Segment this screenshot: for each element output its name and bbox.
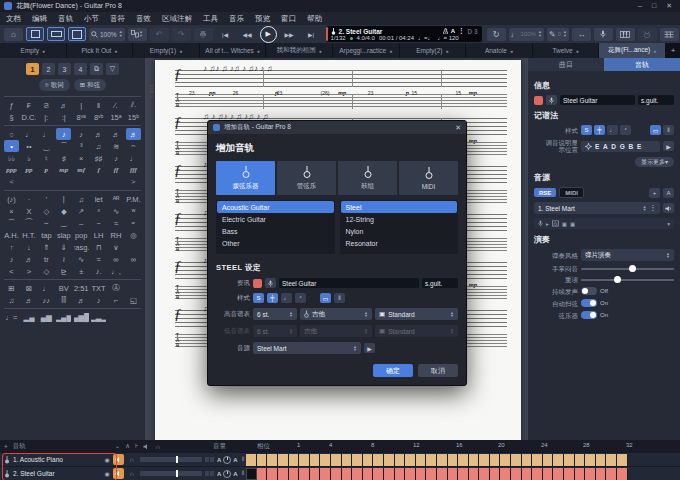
- palette-mode-button[interactable]: ⌾ 歌词: [39, 79, 70, 91]
- palette-glyph[interactable]: Ⓐ: [109, 282, 124, 294]
- document-tab[interactable]: Arpeggi...ractice ●: [333, 43, 400, 58]
- menu-item[interactable]: 音轨: [58, 14, 73, 24]
- palette-glyph[interactable]: [126, 282, 141, 294]
- palette-glyph[interactable]: ♬: [74, 294, 89, 306]
- bar-cell[interactable]: [522, 454, 533, 466]
- document-tab[interactable]: Empty(1) ●: [133, 43, 200, 58]
- treble-tuning-select[interactable]: ▣ Standard ▲▼: [375, 308, 458, 320]
- palette-glyph[interactable]: ◆: [56, 205, 71, 217]
- palette-glyph[interactable]: ×: [74, 152, 89, 164]
- volume-automation-badge[interactable]: A: [217, 457, 221, 463]
- palette-glyph[interactable]: ◇: [39, 205, 54, 217]
- instrument-category-tab[interactable]: 拨弦乐器: [216, 161, 275, 195]
- treble-strings-select[interactable]: 6 st. ▲▼: [253, 308, 297, 320]
- pencil-stepper[interactable]: ▲▼: [563, 30, 567, 38]
- family-list-item[interactable]: Other: [217, 237, 334, 249]
- palette-glyph[interactable]: ≋: [109, 140, 124, 152]
- pan-knob[interactable]: [223, 470, 231, 478]
- palette-glyph[interactable]: (♪): [4, 193, 19, 205]
- palette-glyph[interactable]: tr: [39, 253, 54, 265]
- bar-cell[interactable]: [267, 468, 278, 480]
- palette-glyph[interactable]: ♩,: [109, 265, 124, 277]
- ok-button[interactable]: 确定: [373, 364, 413, 377]
- dialog-title-bar[interactable]: 增加音轨 - Guitar Pro 8 ✕: [208, 121, 466, 134]
- palette-glyph[interactable]: ×: [4, 205, 19, 217]
- bar-cell[interactable]: [500, 468, 511, 480]
- bar-cell[interactable]: [469, 468, 480, 480]
- style-slash-toggle[interactable]: ♩: [281, 293, 292, 303]
- palette-glyph[interactable]: ⌢: [126, 140, 141, 152]
- tab-modified-dot[interactable]: ●: [319, 48, 322, 54]
- document-tab[interactable]: Empty ●: [0, 43, 67, 58]
- palette-glyph[interactable]: ▄▆: [39, 311, 54, 323]
- eq-fader-icon[interactable]: ⫴: [242, 456, 245, 463]
- palette-glyph[interactable]: [126, 265, 141, 277]
- family-list-item[interactable]: Bass: [217, 225, 334, 237]
- palette-glyph[interactable]: ♬: [21, 294, 36, 306]
- voice-button[interactable]: ⧉: [90, 63, 103, 75]
- palette-glyph[interactable]: ‿: [39, 140, 54, 152]
- fretboard-view-button[interactable]: [660, 28, 679, 41]
- palette-glyph[interactable]: 2:51: [74, 282, 89, 294]
- bar-cell[interactable]: [448, 454, 459, 466]
- palette-glyph[interactable]: [126, 311, 141, 323]
- inspector-tab[interactable]: 曲目: [528, 58, 604, 71]
- bar-cell[interactable]: [426, 454, 437, 466]
- accent-slider[interactable]: [581, 279, 674, 281]
- palette-glyph[interactable]: RH: [109, 229, 124, 241]
- bar-cell[interactable]: [437, 468, 448, 480]
- bar-cell[interactable]: [479, 454, 490, 466]
- preset-menu-icon[interactable]: ⋮: [650, 204, 657, 212]
- palette-glyph[interactable]: ♭♭: [4, 152, 19, 164]
- page-layout-stepper[interactable]: ▲▼: [139, 30, 143, 38]
- bar-cell[interactable]: [342, 454, 353, 466]
- preview-speaker-button[interactable]: [663, 203, 674, 213]
- palette-glyph[interactable]: ♯♯: [91, 152, 106, 164]
- minimize-button[interactable]: –: [638, 2, 642, 10]
- palette-glyph[interactable]: ⇑: [39, 241, 54, 253]
- document-tab[interactable]: Empty(2) ●: [400, 43, 467, 58]
- bar-cell[interactable]: [490, 468, 501, 480]
- bar-cell[interactable]: [289, 454, 300, 466]
- palette-glyph[interactable]: ⊓: [91, 241, 106, 253]
- palette-glyph[interactable]: :|: [56, 111, 71, 123]
- bar-cell[interactable]: [257, 454, 268, 466]
- automation-button[interactable]: A: [663, 188, 674, 198]
- new-tab-button[interactable]: +: [666, 43, 680, 58]
- go-end-button[interactable]: ▶|: [302, 28, 321, 41]
- maximize-button[interactable]: □: [652, 2, 656, 10]
- inspector-tab[interactable]: 音轨: [604, 58, 680, 71]
- bar-cell[interactable]: [310, 454, 321, 466]
- bar-cell[interactable]: [416, 454, 427, 466]
- menu-item[interactable]: 工具: [203, 14, 218, 24]
- view-parchment-button[interactable]: [47, 27, 65, 41]
- track-volume-slider[interactable]: [140, 471, 202, 476]
- bar-cell[interactable]: [352, 468, 363, 480]
- keyboard-view-button[interactable]: [616, 28, 635, 41]
- bar-cell[interactable]: [278, 454, 289, 466]
- bar-cell[interactable]: [522, 468, 533, 480]
- palette-glyph[interactable]: ⏝: [56, 217, 71, 229]
- palette-glyph[interactable]: ↗: [74, 205, 89, 217]
- palette-glyph[interactable]: ▂▄▆: [56, 311, 71, 323]
- lcd-display[interactable]: 2. Steel Guitar A ⋮ D 3 1/132 4.0/4.0 00…: [326, 26, 482, 42]
- speed-stepper[interactable]: ▲▼: [538, 30, 542, 38]
- palette-glyph[interactable]: ↑: [4, 241, 19, 253]
- palette-glyph[interactable]: pop: [74, 229, 89, 241]
- palette-glyph[interactable]: ♪.: [91, 265, 106, 277]
- palette-glyph[interactable]: [109, 311, 124, 323]
- palette-glyph[interactable]: 15ᵃ: [109, 111, 124, 123]
- family-list-item[interactable]: Acoustic Guitar: [217, 201, 334, 213]
- bar-cell[interactable]: [458, 468, 469, 480]
- bar-cell[interactable]: [490, 454, 501, 466]
- add-source-button[interactable]: +: [649, 188, 660, 198]
- palette-glyph[interactable]: D.C.: [21, 111, 36, 123]
- bar-cell[interactable]: [384, 454, 395, 466]
- palette-glyph[interactable]: tap: [39, 229, 54, 241]
- undo-button[interactable]: ↶: [150, 28, 169, 41]
- dialog-color-swatch[interactable]: [253, 279, 262, 288]
- style-standard-toggle[interactable]: S: [253, 293, 264, 303]
- track-solo-headphones-icon[interactable]: ∩: [126, 456, 137, 463]
- let-ring-toggle[interactable]: [581, 287, 597, 295]
- palette-glyph[interactable]: ∿: [109, 205, 124, 217]
